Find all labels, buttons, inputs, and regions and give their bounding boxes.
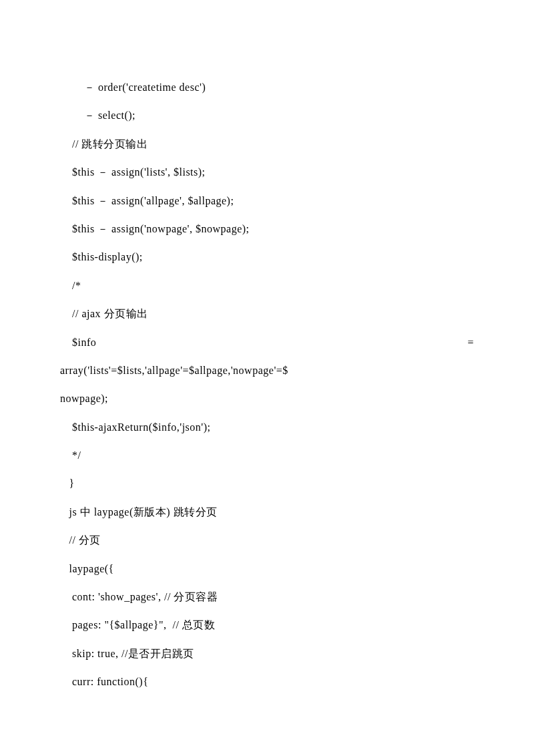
code-line: // 分页 <box>60 526 474 554</box>
code-line: js 中 laypage(新版本) 跳转分页 <box>60 498 474 526</box>
code-line: － select(); <box>60 102 474 130</box>
code-line: $this － assign('lists', $lists); <box>60 158 474 186</box>
code-line: // ajax 分页输出 <box>60 300 474 328</box>
document-page: － order('createtime desc') － select(); /… <box>0 0 534 756</box>
code-line: */ <box>60 441 474 469</box>
code-text-right: = <box>467 329 474 357</box>
code-text-left: $info <box>60 329 96 357</box>
code-line: } <box>60 469 474 498</box>
code-line: $info = <box>60 329 474 357</box>
code-line: － order('createtime desc') <box>60 73 474 102</box>
code-line: $this － assign('nowpage', $nowpage); <box>60 215 474 243</box>
code-line: laypage({ <box>60 555 474 583</box>
code-line: // 跳转分页输出 <box>60 130 474 158</box>
code-line: cont: 'show_pages', // 分页容器 <box>60 583 474 611</box>
code-line: skip: true, //是否开启跳页 <box>60 640 474 668</box>
code-line: pages: "{$allpage}", // 总页数 <box>60 611 474 639</box>
code-line: $this － assign('allpage', $allpage); <box>60 187 474 215</box>
code-line: nowpage); <box>60 385 474 413</box>
code-line: $this-ajaxReturn($info,'json'); <box>60 413 474 441</box>
code-line: $this-display(); <box>60 243 474 271</box>
code-line: array('lists'=$lists,'allpage'=$allpage,… <box>60 357 474 385</box>
code-line: curr: function(){ <box>60 668 474 696</box>
code-line: /* <box>60 272 474 300</box>
